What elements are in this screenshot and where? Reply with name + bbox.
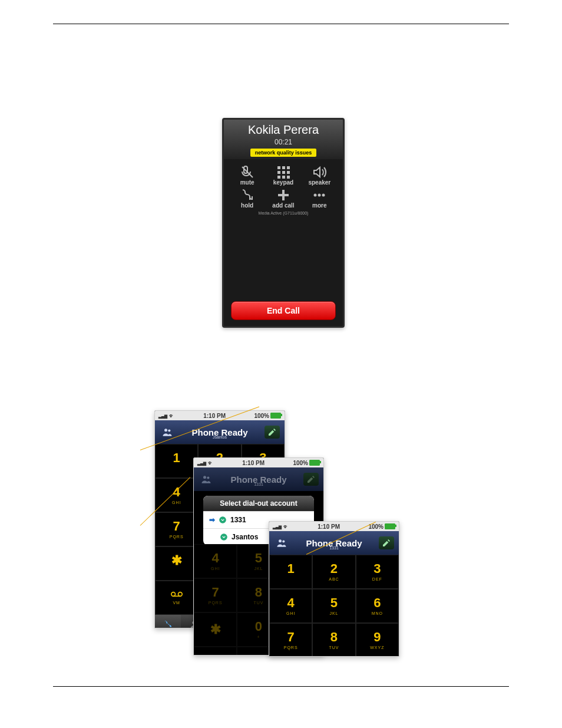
key-5[interactable]: 5JKL bbox=[312, 589, 355, 623]
plus-icon bbox=[275, 188, 292, 202]
more-button[interactable]: more bbox=[311, 188, 328, 209]
signal-icon: ▂▃▅ ᯤ bbox=[273, 523, 289, 530]
tab-phone[interactable]: Phone bbox=[155, 615, 181, 628]
key-7[interactable]: 7PQRS bbox=[155, 512, 198, 546]
horizontal-rule-bottom bbox=[53, 686, 509, 687]
svg-rect-1 bbox=[282, 166, 285, 169]
svg-rect-3 bbox=[277, 171, 280, 174]
hold-button[interactable]: hold bbox=[239, 188, 256, 209]
nav-bar: Phone Ready 1331 bbox=[194, 467, 323, 491]
phone-icon bbox=[163, 620, 173, 629]
svg-rect-0 bbox=[277, 166, 280, 169]
hold-icon bbox=[239, 188, 256, 202]
modal-title: Select dial-out account bbox=[203, 496, 314, 511]
status-bar: ▂▃▅ ᯤ 1:10 PM 100% bbox=[194, 458, 323, 467]
svg-rect-6 bbox=[277, 176, 280, 179]
status-time: 1:10 PM bbox=[203, 413, 226, 419]
battery-icon bbox=[270, 413, 281, 419]
status-time: 1:10 PM bbox=[318, 523, 340, 530]
key-6[interactable]: 6MNO bbox=[356, 589, 399, 623]
svg-point-11 bbox=[322, 194, 325, 197]
account-icon bbox=[219, 516, 227, 524]
key-2[interactable]: 2ABC bbox=[312, 555, 355, 589]
svg-rect-8 bbox=[287, 176, 290, 179]
horizontal-rule-top bbox=[53, 24, 509, 24]
speaker-button[interactable]: speaker bbox=[308, 165, 330, 186]
key-3[interactable]: 3DEF bbox=[356, 555, 399, 589]
key-star[interactable]: ✱ bbox=[155, 546, 198, 581]
mute-button[interactable]: mute bbox=[239, 165, 256, 186]
key-7[interactable]: 7PQRS bbox=[269, 623, 312, 657]
key-4[interactable]: 4GHI bbox=[155, 478, 198, 512]
svg-rect-2 bbox=[287, 166, 290, 169]
nav-account: 1331 bbox=[269, 546, 399, 550]
svg-point-14 bbox=[171, 592, 175, 597]
selected-arrow-icon: ➡ bbox=[209, 516, 215, 524]
mute-icon bbox=[239, 165, 256, 179]
signal-icon: ▂▃▅ ᯤ bbox=[197, 460, 214, 466]
svg-rect-5 bbox=[287, 171, 290, 174]
voicemail-button[interactable]: VM bbox=[155, 581, 198, 615]
signal-icon: ▂▃▅ ᯤ bbox=[158, 413, 175, 419]
svg-rect-7 bbox=[282, 176, 285, 179]
nav-bar: Phone Ready 1331 bbox=[269, 531, 399, 555]
dial-keypad: 1 2ABC 3DEF 4GHI 5JKL 6MNO 7PQRS 8TUV 9W… bbox=[269, 555, 399, 657]
status-time: 1:10 PM bbox=[242, 460, 265, 466]
svg-point-21 bbox=[220, 533, 227, 541]
status-bar: ▂▃▅ ᯤ 1:10 PM 100% bbox=[269, 522, 399, 531]
end-call-button[interactable]: End Call bbox=[231, 301, 336, 320]
keypad-button[interactable]: keypad bbox=[273, 165, 293, 186]
in-call-screenshot: Kokila Perera 00:21 network quality issu… bbox=[222, 118, 345, 328]
key-9[interactable]: 9WXYZ bbox=[356, 623, 399, 657]
media-status: Media Active (G711u/8000) bbox=[224, 211, 343, 215]
nav-bar: Phone Ready Jsantos bbox=[155, 420, 285, 444]
network-quality-badge: network quality issues bbox=[250, 149, 317, 157]
voicemail-icon bbox=[171, 591, 183, 599]
key-1[interactable]: 1 bbox=[269, 555, 312, 589]
speaker-icon bbox=[311, 165, 328, 179]
keypad-icon bbox=[275, 165, 292, 179]
account-icon bbox=[220, 533, 228, 541]
key-4[interactable]: 4GHI bbox=[269, 589, 312, 623]
status-bar: ▂▃▅ ᯤ 1:10 PM 100% bbox=[155, 411, 285, 420]
battery-icon bbox=[309, 460, 320, 466]
svg-point-15 bbox=[178, 592, 182, 597]
call-duration: 00:21 bbox=[224, 138, 343, 146]
svg-point-20 bbox=[219, 516, 226, 523]
key-1[interactable]: 1 bbox=[155, 444, 198, 478]
nav-account: 1331 bbox=[194, 482, 323, 486]
svg-point-10 bbox=[318, 194, 321, 197]
caller-name: Kokila Perera bbox=[224, 123, 343, 137]
add-call-button[interactable]: add call bbox=[272, 188, 294, 209]
key-8[interactable]: 8TUV bbox=[312, 623, 355, 657]
svg-point-9 bbox=[314, 194, 317, 197]
battery-icon bbox=[385, 523, 395, 529]
more-icon bbox=[311, 188, 328, 202]
svg-rect-4 bbox=[282, 171, 285, 174]
